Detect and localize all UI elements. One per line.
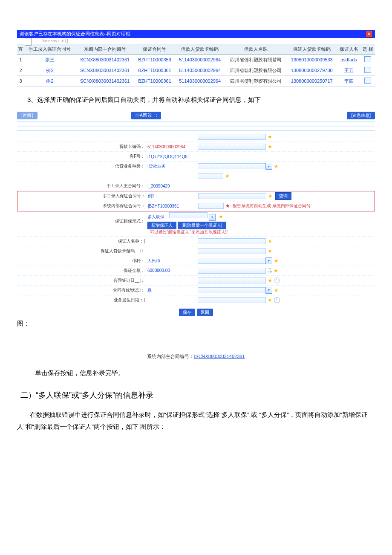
- manual-guar-label: 手工录人保证合同号：: [17, 193, 148, 199]
- valid-state-value: 息: [147, 287, 194, 293]
- sys-guar-label: 系统内部保证合同号：: [17, 203, 148, 209]
- save-button[interactable]: 保存: [179, 309, 195, 316]
- dialog-title: 谢该客户已存在本机构的保证合同信息表--网页对话框: [20, 31, 130, 36]
- cell: asdfads: [337, 55, 361, 65]
- sys-guar-hint: 报告系统将自动生成 系统内部保证合同号: [233, 203, 311, 209]
- tab-home[interactable]: |首闻 |: [17, 112, 37, 119]
- sign-date-label: 合同签订日__|：: [17, 278, 147, 283]
- required-icon: ★: [219, 214, 223, 220]
- calendar-icon[interactable]: [274, 278, 280, 283]
- supp-label: 系统内部主合同编号：: [147, 354, 194, 359]
- manual-guar-input[interactable]: [198, 193, 266, 199]
- customer-value: |1Q721QQOQ114Q8: [147, 154, 194, 159]
- sys-guar-input[interactable]: [198, 203, 224, 209]
- guarantor-name-label: 保证人名称：|: [17, 238, 147, 244]
- supp-link[interactable]: |SCNX88030031402361: [194, 354, 245, 359]
- section-2-heading: 二）“多人联保”或“多人分保”的信息补录: [20, 390, 375, 400]
- chevron-down-icon[interactable]: ▾: [265, 287, 272, 294]
- manual-guar-value: 例2: [148, 193, 195, 199]
- biz-type-select[interactable]: [198, 163, 266, 169]
- add-guarantor-button[interactable]: 新增保证人: [147, 222, 176, 229]
- cell[interactable]: 例2: [24, 65, 75, 76]
- manual-main-value: |_20090429: [147, 184, 194, 188]
- query-button[interactable]: 查询: [275, 192, 291, 200]
- col-guar-name: 保证人名: [337, 44, 361, 55]
- cell: SCNX88030031402361: [75, 55, 135, 65]
- back-button[interactable]: 返回: [197, 309, 213, 316]
- required-icon: ★: [268, 278, 272, 283]
- required-icon: ★: [268, 248, 272, 254]
- table-row: 1 张三 SCNX88030031402361 BZHT10000359 511…: [17, 55, 375, 65]
- cell: 5114030000002964: [175, 65, 225, 76]
- amount-value: 6000000.00: [147, 268, 194, 273]
- chevron-down-icon[interactable]: ▾: [265, 257, 272, 264]
- cell: SCNX88030031402361: [75, 65, 135, 76]
- guarantor-card-input[interactable]: [198, 248, 266, 254]
- supplement-line: 系统内部主合同编号：|SCNX88030031402361: [17, 353, 375, 360]
- form-shell: |首闻 | H·A而 设 | : [追息值息] ★ 贷款卡编码： 5114030…: [17, 112, 375, 316]
- biz-type-label: 信贷业务种类：: [17, 163, 147, 169]
- table-row: 3 例2 SCNX88030031402361 BZHT10000361 511…: [17, 76, 375, 87]
- cell: 3: [17, 76, 24, 87]
- biz-date-label: 业务发生日期：|: [17, 297, 147, 303]
- chevron-down-icon[interactable]: ▾: [265, 163, 272, 170]
- cell[interactable]: 张三: [24, 55, 75, 65]
- required-icon: ★: [268, 297, 272, 303]
- col-borrower: 借款人名殊: [225, 44, 287, 55]
- cell: SCNX88030031402361: [75, 76, 135, 87]
- cell: 四川省傅利塑胶有限公司: [225, 76, 287, 87]
- col-main: 系编内部主合同编号: [75, 44, 135, 55]
- cell: 四川省傅利塑胶有限替司: [225, 55, 287, 65]
- form-type-value: 多人联保: [147, 214, 164, 220]
- loan-card-input[interactable]: [198, 144, 266, 150]
- cell: 5114030000002964: [175, 55, 225, 65]
- small-input[interactable]: [198, 173, 223, 179]
- cell: 李四: [337, 76, 361, 87]
- section-2-paragraph: 在数据抽取错误中进行保证合同信息补录时，如“保证担保形式”选择“多人联保” 或 …: [17, 409, 375, 433]
- required-icon: ★: [274, 258, 279, 264]
- cell: BZHT10000361: [135, 76, 175, 87]
- tab-mid[interactable]: H·A而 设 | :: [131, 112, 161, 119]
- col-manual: 手工录入保证合同号: [24, 44, 75, 55]
- cell: BZHT10000361: [135, 65, 175, 76]
- figure-caption: 图：: [17, 320, 30, 328]
- cell: 1: [17, 55, 24, 65]
- required-icon: ★: [268, 134, 272, 140]
- loan-card-label: 贷款卡编码：: [17, 144, 147, 150]
- amount-input[interactable]: [198, 268, 266, 274]
- delete-last-guarantor-button[interactable]: |删除最后一个保证人|: [178, 222, 226, 229]
- select-checkbox[interactable]: [364, 67, 371, 73]
- amount-unit: 元: [268, 268, 272, 274]
- cell: BZHT10000359: [135, 55, 175, 65]
- biz-type-value: |贷款业务: [147, 163, 194, 169]
- valid-state-label: 合同有效/伏态|：: [17, 287, 147, 293]
- dialog-url-text: localhos t . £ | |: [43, 39, 68, 43]
- close-icon[interactable]: ✕: [366, 31, 372, 38]
- select-checkbox[interactable]: [364, 78, 371, 84]
- cell: 2: [17, 65, 24, 76]
- form-type-select[interactable]: [169, 212, 208, 218]
- select-checkbox[interactable]: [364, 56, 371, 62]
- required-icon: ★: [225, 203, 230, 209]
- chevron-down-icon[interactable]: ▾: [209, 214, 216, 221]
- valid-state-select[interactable]: [198, 287, 266, 293]
- col-card: 借款人贷款卡輪码: [175, 44, 225, 55]
- sign-date-input[interactable]: [198, 278, 266, 283]
- sheet-icon: [25, 38, 32, 46]
- guarantee-table: 宵 手工录入保证合同号 系编内部主合同编号 保证合同号 借款人贷款卡輪码 借款人…: [17, 44, 375, 87]
- col-idx: 宵: [17, 44, 24, 55]
- tab-right[interactable]: [追息值息]: [347, 112, 375, 119]
- cell: 1308000000250717: [287, 76, 337, 87]
- currency-select[interactable]: [198, 258, 266, 264]
- after-save-text: 单击保存按钮，信息补录完毕。: [35, 369, 375, 377]
- biz-date-input[interactable]: [198, 297, 266, 303]
- dialog-url-bar: localhos t . £ | |: [17, 38, 375, 44]
- calendar-icon[interactable]: [274, 297, 280, 303]
- guarantor-name-input[interactable]: [198, 238, 266, 244]
- blank-input[interactable]: [198, 134, 266, 140]
- customer-label: 客F号：: [17, 153, 147, 159]
- cell: 四川省籍利塑胶有限公司: [225, 65, 287, 76]
- cell[interactable]: 例2: [24, 76, 75, 87]
- cell: 1308010000009533: [287, 55, 337, 65]
- cell: 5114030000002964: [175, 76, 225, 87]
